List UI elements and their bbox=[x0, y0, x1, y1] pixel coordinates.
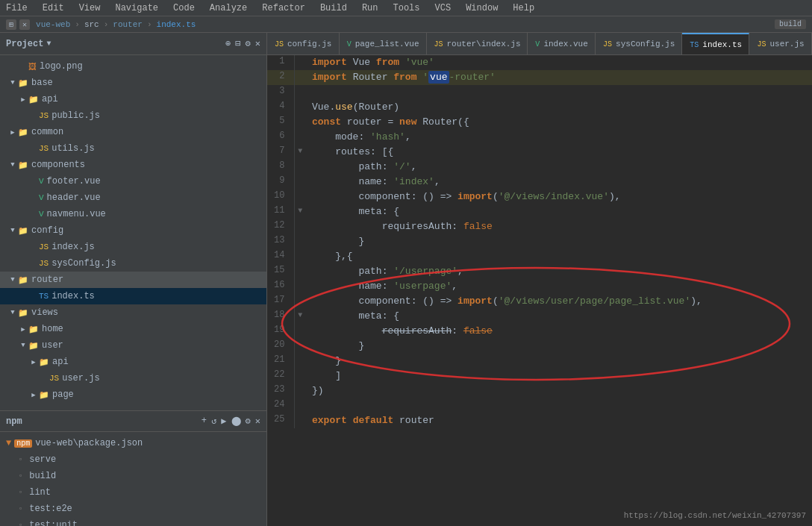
code-line-8: 8 path: '/', bbox=[267, 160, 812, 175]
expand-arrow-router[interactable]: ▼ bbox=[7, 276, 18, 284]
expand-arrow-views[interactable]: ▼ bbox=[7, 309, 18, 316]
code-line-3: 3 bbox=[267, 85, 812, 100]
npm-refresh-icon[interactable]: ↺ bbox=[211, 416, 216, 427]
tree-item-logo[interactable]: 🖼 logo.png bbox=[0, 58, 266, 75]
build-button[interactable]: build bbox=[775, 19, 806, 29]
npm-badge: npm bbox=[14, 439, 32, 448]
tree-label-api: api bbox=[42, 94, 58, 104]
gutter-7: ▼ bbox=[294, 145, 306, 160]
breadcrumb-file[interactable]: index.ts bbox=[157, 20, 196, 29]
tree-item-utils-js[interactable]: JS utils.js bbox=[0, 140, 266, 157]
settings-icon[interactable]: ⚙ bbox=[246, 38, 251, 49]
npm-script-lint[interactable]: lint bbox=[0, 484, 266, 501]
tree-item-page[interactable]: ▶ 📁 page bbox=[0, 386, 266, 403]
tree-item-config[interactable]: ▼ 📁 config bbox=[0, 222, 266, 239]
tree-label-base: base bbox=[31, 78, 53, 88]
line-content-9: name: 'index', bbox=[306, 175, 812, 190]
code-line-18: 18 ▼ meta: { bbox=[267, 309, 812, 324]
expand-arrow-user[interactable]: ▼ bbox=[18, 342, 28, 349]
tab-sysconfig-js[interactable]: JS sysConfig.js bbox=[596, 33, 682, 55]
tree-item-config-index-js[interactable]: JS index.js bbox=[0, 239, 266, 255]
breadcrumb-project[interactable]: vue-web bbox=[36, 20, 70, 29]
tree-item-header-vue[interactable]: V header.vue bbox=[0, 190, 266, 206]
tree-item-api[interactable]: ▶ 📁 api bbox=[0, 91, 266, 107]
npm-package-item[interactable]: ▼ npm vue-web\package.json bbox=[0, 435, 266, 451]
breadcrumb-router-folder[interactable]: router bbox=[113, 20, 143, 29]
npm-close-icon[interactable]: ✕ bbox=[255, 416, 260, 427]
tree-item-router-index-ts[interactable]: TS index.ts bbox=[0, 288, 266, 304]
tree-item-user[interactable]: ▼ 📁 user bbox=[0, 337, 266, 354]
collapse-icon[interactable]: ⊟ bbox=[235, 38, 240, 49]
tree-item-router[interactable]: ▼ 📁 router bbox=[0, 272, 266, 288]
npm-script-test-unit[interactable]: test:unit bbox=[0, 517, 266, 526]
line-number-20: 20 bbox=[267, 339, 294, 354]
npm-run-icon[interactable]: ▶ bbox=[221, 416, 226, 427]
npm-settings-icon[interactable]: ⚙ bbox=[246, 416, 251, 427]
code-area[interactable]: 1 import Vue from 'vue' 2 import Router … bbox=[267, 55, 812, 526]
expand-arrow-user-api[interactable]: ▶ bbox=[28, 358, 39, 366]
tab-page-list-vue[interactable]: V page_list.vue bbox=[340, 33, 427, 55]
tab-index-ts[interactable]: TS index.ts bbox=[682, 33, 749, 55]
tree-item-home[interactable]: ▶ 📁 home bbox=[0, 321, 266, 337]
npm-script-test-e2e[interactable]: test:e2e bbox=[0, 501, 266, 517]
js-icon-utils: JS bbox=[39, 144, 49, 153]
tree-item-views[interactable]: ▼ 📁 views bbox=[0, 304, 266, 321]
tree-label-user-js: user.js bbox=[62, 373, 99, 383]
tree-label-config-index-js: index.js bbox=[51, 242, 95, 252]
menu-analyze[interactable]: Analyze bbox=[207, 1, 250, 15]
menu-tools[interactable]: Tools bbox=[390, 1, 423, 15]
tab-vue-icon-index: V bbox=[535, 40, 540, 48]
menu-edit[interactable]: Edit bbox=[40, 1, 67, 15]
menu-window[interactable]: Window bbox=[463, 1, 501, 15]
npm-script-build[interactable]: build bbox=[0, 468, 266, 484]
tab-config-js[interactable]: JS config.js bbox=[267, 33, 340, 55]
line-number-1: 1 bbox=[267, 55, 294, 70]
line-number-8: 8 bbox=[267, 160, 294, 175]
tree-item-user-js[interactable]: JS user.js bbox=[0, 370, 266, 386]
tree-item-base[interactable]: ▼ 📁 base bbox=[0, 75, 266, 91]
npm-script-serve[interactable]: serve bbox=[0, 451, 266, 468]
npm-expand-arrow[interactable]: ▼ bbox=[6, 438, 11, 448]
menu-code[interactable]: Code bbox=[170, 1, 198, 15]
menu-bar: File Edit View Navigate Code Analyze Ref… bbox=[0, 0, 812, 16]
code-line-11: 11 ▼ meta: { bbox=[267, 204, 812, 219]
folder-icon-api: 📁 bbox=[28, 95, 39, 104]
tree-item-public-js[interactable]: JS public.js bbox=[0, 107, 266, 124]
tree-item-components[interactable]: ▼ 📁 components bbox=[0, 157, 266, 173]
tab-label-config-js: config.js bbox=[287, 40, 331, 48]
tab-router-index-js[interactable]: JS router\index.js bbox=[427, 33, 528, 55]
js-icon-sysconfig: JS bbox=[39, 259, 49, 268]
tree-item-common[interactable]: ▶ 📁 common bbox=[0, 124, 266, 140]
close-icon[interactable]: ✕ bbox=[255, 38, 260, 49]
expand-arrow-common[interactable]: ▶ bbox=[7, 128, 18, 137]
tab-index-vue[interactable]: V index.vue bbox=[528, 33, 596, 55]
ts-icon-router-index: TS bbox=[39, 292, 49, 301]
tab-user-js[interactable]: JS user.js bbox=[749, 33, 812, 55]
tree-item-navmenu-vue[interactable]: V navmenu.vue bbox=[0, 206, 266, 222]
code-line-14: 14 },{ bbox=[267, 249, 812, 264]
line-content-6: mode: 'hash', bbox=[306, 130, 812, 145]
menu-file[interactable]: File bbox=[3, 1, 31, 15]
menu-refactor[interactable]: Refactor bbox=[259, 1, 308, 15]
expand-arrow-api[interactable]: ▶ bbox=[18, 96, 28, 104]
menu-build[interactable]: Build bbox=[317, 1, 350, 15]
tree-item-user-api[interactable]: ▶ 📁 api bbox=[0, 354, 266, 370]
menu-help[interactable]: Help bbox=[510, 1, 537, 15]
locate-icon[interactable]: ⊕ bbox=[225, 38, 231, 49]
expand-arrow-base[interactable]: ▼ bbox=[7, 79, 18, 87]
menu-view[interactable]: View bbox=[76, 1, 104, 15]
menu-vcs[interactable]: VCS bbox=[432, 1, 455, 15]
menu-navigate[interactable]: Navigate bbox=[112, 1, 161, 15]
expand-arrow-config[interactable]: ▼ bbox=[7, 227, 18, 234]
expand-arrow-home[interactable]: ▶ bbox=[18, 325, 28, 334]
expand-arrow-page[interactable]: ▶ bbox=[28, 391, 39, 399]
npm-add-icon[interactable]: + bbox=[202, 416, 207, 427]
project-dropdown[interactable]: ▼ bbox=[46, 40, 51, 48]
gutter-6 bbox=[294, 130, 306, 145]
npm-debug-icon[interactable]: ⬤ bbox=[231, 416, 241, 427]
expand-arrow-components[interactable]: ▼ bbox=[7, 161, 18, 169]
tree-item-sysconfig-js[interactable]: JS sysConfig.js bbox=[0, 255, 266, 272]
menu-run[interactable]: Run bbox=[359, 1, 381, 15]
breadcrumb-src[interactable]: src bbox=[84, 20, 99, 29]
tree-item-footer-vue[interactable]: V footer.vue bbox=[0, 173, 266, 190]
